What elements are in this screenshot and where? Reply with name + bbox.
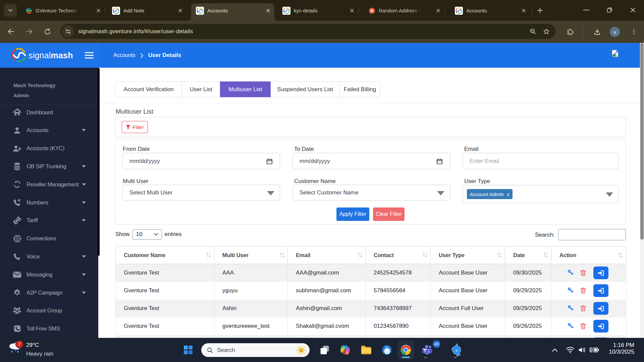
sidebar-item-toll-free-sms[interactable]: Toll Free SMS (0, 320, 98, 338)
sidebar-item-accounts-kyc-[interactable]: Accounts (KYC) (0, 139, 98, 158)
taskbar-search[interactable]: Search (201, 343, 310, 357)
bookmark-star-icon[interactable] (543, 28, 550, 35)
taskbar-clock[interactable]: 1:16 PM 10/3/2025 (609, 342, 634, 355)
tab-user-list[interactable]: User List (182, 82, 220, 97)
window-close-button[interactable] (629, 6, 637, 14)
browser-tab-accounts[interactable]: Accounts (191, 3, 274, 21)
delete-button[interactable] (580, 270, 586, 276)
tab-multiuser-list[interactable]: Multiuser List (220, 81, 271, 97)
login-as-user-button[interactable] (593, 266, 608, 279)
volume-button[interactable] (576, 343, 589, 357)
browser-tab-gventure-technolo[interactable]: GVenture Technolo (21, 3, 105, 21)
sidebar-item-voice[interactable]: Voice (0, 247, 98, 265)
column-header-multi-user[interactable]: Multi User (214, 246, 288, 264)
user-type-chip[interactable]: Account Admin x (467, 189, 513, 199)
wifi-button[interactable] (564, 343, 577, 357)
column-header-date[interactable]: Date (505, 246, 551, 264)
filter-button[interactable]: Filter (122, 121, 148, 133)
broken-avatar-icon[interactable] (611, 50, 619, 57)
browser-tab-kyc-details[interactable]: kyc-details (278, 3, 358, 21)
sidebar-item-dashboard[interactable]: Dashboard (0, 103, 98, 121)
zoom-icon[interactable] (529, 28, 537, 35)
sidebar-scrollbar[interactable] (98, 68, 100, 256)
page-scrollbar-thumb[interactable] (640, 43, 644, 240)
breadcrumb-chevron-icon (140, 53, 144, 58)
login-as-user-button[interactable] (593, 284, 608, 297)
site-info-button[interactable] (62, 25, 74, 38)
sidebar-item-ob-sip-trunking[interactable]: OB SIP Trunking (0, 157, 98, 175)
clear-filter-button[interactable]: Clear Filter (373, 207, 405, 221)
sidebar-item-messaging[interactable]: Messaging (0, 265, 98, 284)
address-bar[interactable]: signalmash.gventure.info/#/user/user-det… (60, 24, 555, 39)
apply-filter-button[interactable]: Apply Filter (336, 207, 369, 221)
table-search-input[interactable] (558, 229, 626, 240)
browser-menu-button[interactable] (630, 27, 638, 37)
start-button[interactable] (181, 343, 195, 357)
delete-button[interactable] (580, 288, 586, 294)
page-size-select[interactable]: 10 (132, 229, 162, 240)
sidebar-item-numbers[interactable]: Numbers (0, 193, 98, 212)
sidebar-item-connections[interactable]: Connections (0, 230, 98, 248)
tab-close-button[interactable] (265, 8, 271, 14)
sidebar-item-account-group[interactable]: Account Group (0, 302, 98, 320)
reset-password-button[interactable] (568, 323, 574, 329)
chip-remove-icon[interactable]: x (507, 191, 509, 197)
battery-button[interactable] (588, 343, 601, 357)
sidebar-item-a2p-campaign[interactable]: A2P Campaign (0, 284, 98, 302)
downloads-button[interactable] (592, 27, 602, 37)
new-tab-button[interactable] (535, 6, 545, 15)
reload-button[interactable] (42, 26, 52, 37)
forward-button[interactable] (24, 26, 34, 37)
column-header-contact[interactable]: Contact (366, 246, 431, 264)
user-type-select[interactable]: Account Admin x (463, 185, 619, 203)
customer-name-select[interactable]: Select Customer Name (292, 185, 450, 200)
sidebar-toggle[interactable] (85, 52, 94, 59)
sidebar-item-accounts[interactable]: Accounts (0, 121, 98, 139)
to-date-input[interactable]: mm/dd/yyyy (292, 153, 450, 169)
column-header-email[interactable]: Email (288, 246, 366, 264)
multi-user-select[interactable]: Select Multi User (122, 185, 280, 200)
chrome-button[interactable] (399, 343, 413, 357)
tab-close-button[interactable] (95, 8, 101, 14)
tab-suspended-users-list[interactable]: Suspended Users List (271, 82, 340, 97)
tab-close-button[interactable] (177, 8, 183, 14)
reset-password-button[interactable] (568, 269, 574, 276)
from-date-input[interactable]: mm/dd/yyyy (122, 153, 280, 169)
tab-close-button[interactable] (435, 8, 441, 14)
window-minimize-button[interactable] (582, 6, 591, 14)
tab-search-button[interactable] (4, 4, 17, 17)
breadcrumb-section[interactable]: Accounts (113, 52, 136, 58)
tab-account-verification[interactable]: Account Verification (115, 82, 182, 97)
weather-text[interactable]: 29°C Heavy rain (26, 342, 53, 357)
browser-tab-add-note[interactable]: Add Note (107, 3, 186, 21)
profile-avatar[interactable]: v (610, 27, 620, 37)
tray-expand-button[interactable] (548, 343, 561, 357)
email-input[interactable]: Enter Email (463, 153, 619, 169)
window-restore-button[interactable] (605, 6, 614, 14)
delete-button[interactable] (580, 305, 586, 311)
login-as-user-button[interactable] (593, 320, 608, 333)
tab-failed-billing[interactable]: Failed Billing (340, 82, 380, 97)
column-header-action[interactable]: Action (551, 246, 626, 264)
reset-password-button[interactable] (568, 287, 574, 294)
thunderbird-button[interactable] (380, 343, 393, 357)
sidebar-item-reseller-management[interactable]: Reseller Management (0, 175, 98, 193)
task-view-button[interactable] (318, 343, 331, 357)
column-header-customer-name[interactable]: Customer Name (116, 246, 214, 264)
dolphin-app-button[interactable] (449, 343, 463, 357)
back-button[interactable] (6, 26, 16, 37)
tab-close-button[interactable] (521, 8, 527, 14)
browser-tab-accounts[interactable]: Accounts (450, 3, 530, 21)
teams-button[interactable] (420, 343, 434, 357)
extensions-button[interactable] (565, 27, 575, 37)
tab-close-button[interactable] (349, 8, 355, 14)
delete-button[interactable] (580, 323, 586, 329)
browser-tab-random-address-i[interactable]: R Random Address I (364, 3, 444, 21)
login-as-user-button[interactable] (593, 302, 608, 315)
file-explorer-button[interactable] (360, 343, 373, 357)
copilot-button[interactable] (338, 343, 352, 357)
column-header-user-type[interactable]: User Type (431, 246, 505, 264)
sidebar-item-tariff[interactable]: Tariff (0, 212, 98, 230)
reset-password-button[interactable] (568, 305, 574, 312)
page-scrollbar[interactable] (640, 43, 644, 338)
